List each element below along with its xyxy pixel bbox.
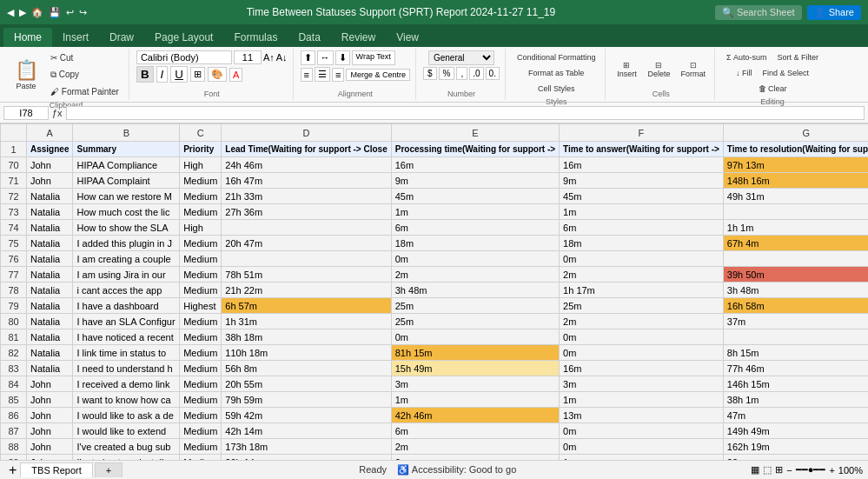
cell-f[interactable]: 1m bbox=[560, 204, 724, 220]
cell-b[interactable]: I'm trying to uninstall c bbox=[73, 455, 180, 461]
cell-b[interactable]: I need to understand h bbox=[73, 361, 180, 376]
cell-g[interactable]: 8h 15m bbox=[723, 345, 868, 361]
cell-d[interactable]: 1h 31m bbox=[222, 314, 391, 329]
cell-f[interactable]: 9m bbox=[560, 173, 724, 189]
cell-reference-input[interactable] bbox=[3, 106, 49, 120]
cell-c[interactable]: Medium bbox=[180, 236, 222, 251]
add-sheet-icon[interactable]: + bbox=[5, 462, 20, 478]
format-as-table-button[interactable]: Format as Table bbox=[524, 66, 588, 80]
function-button[interactable]: ƒx bbox=[52, 108, 63, 118]
cell-d[interactable]: 42h 14m bbox=[222, 423, 391, 439]
cell-b[interactable]: I am using Jira in our bbox=[73, 267, 180, 283]
italic-button[interactable]: I bbox=[156, 66, 169, 83]
comma-button[interactable]: , bbox=[456, 67, 467, 80]
redo-icon[interactable]: ↪ bbox=[79, 7, 87, 18]
cell-g[interactable]: 162h 19m bbox=[723, 439, 868, 455]
cell-f[interactable]: 45m bbox=[560, 189, 724, 204]
cell-g[interactable]: 149h 49m bbox=[723, 423, 868, 439]
sheet-tab-new[interactable]: + bbox=[95, 462, 123, 477]
font-size-input[interactable] bbox=[234, 50, 262, 64]
cell-a[interactable]: John bbox=[27, 439, 73, 455]
cell-d[interactable]: 21h 22m bbox=[222, 283, 391, 298]
cell-b[interactable]: HIPAA Complaint bbox=[73, 173, 180, 189]
cell-d[interactable]: 110h 18m bbox=[222, 345, 391, 361]
cell-a[interactable]: Natalia bbox=[27, 189, 73, 204]
cell-c[interactable]: Medium bbox=[180, 376, 222, 392]
header-processing[interactable]: Processing time(Waiting for support -> bbox=[391, 142, 559, 157]
cell-g[interactable]: 20m bbox=[723, 455, 868, 461]
number-format-select[interactable]: General Number Currency Percentage bbox=[428, 50, 494, 65]
format-button[interactable]: ⊡ Format bbox=[677, 59, 709, 80]
tab-insert[interactable]: Insert bbox=[52, 28, 99, 47]
cell-d[interactable] bbox=[222, 251, 391, 267]
cell-f[interactable]: 2m bbox=[560, 267, 724, 283]
header-lead-time[interactable]: Lead Time(Waiting for support -> Close bbox=[222, 142, 391, 157]
cell-g[interactable]: 77h 46m bbox=[723, 361, 868, 376]
cell-f[interactable]: 0m bbox=[560, 251, 724, 267]
insert-button[interactable]: ⊞ Insert bbox=[613, 59, 640, 80]
cell-e[interactable]: 6m bbox=[391, 220, 559, 236]
merge-center-button[interactable]: Merge & Centre bbox=[346, 69, 410, 81]
cell-c[interactable]: Medium bbox=[180, 345, 222, 361]
cell-g[interactable] bbox=[723, 329, 868, 345]
formula-input[interactable] bbox=[66, 106, 865, 120]
cell-c[interactable]: Medium bbox=[180, 423, 222, 439]
cell-e[interactable]: 25m bbox=[391, 314, 559, 329]
cell-d[interactable]: 78h 51m bbox=[222, 267, 391, 283]
underline-button[interactable]: U bbox=[170, 66, 188, 83]
cell-d[interactable]: 20h 47m bbox=[222, 236, 391, 251]
clear-button[interactable]: 🗑 Clear bbox=[754, 82, 792, 96]
cell-a[interactable]: Natalia bbox=[27, 267, 73, 283]
find-select-button[interactable]: Find & Select bbox=[759, 66, 814, 80]
conditional-formatting-button[interactable]: Conditional Formatting bbox=[513, 50, 600, 64]
cell-a[interactable]: John bbox=[27, 423, 73, 439]
cell-b[interactable]: How much cost the lic bbox=[73, 204, 180, 220]
col-header-d[interactable]: D bbox=[222, 124, 391, 142]
increase-font-icon[interactable]: A↑ bbox=[263, 52, 275, 63]
cell-a[interactable]: John bbox=[27, 376, 73, 392]
cell-a[interactable]: John bbox=[27, 408, 73, 423]
col-header-f[interactable]: F bbox=[560, 124, 724, 142]
col-header-e[interactable]: E bbox=[391, 124, 559, 142]
cell-a[interactable]: John bbox=[27, 392, 73, 408]
cell-d[interactable]: 6h 57m bbox=[222, 298, 391, 314]
percent-button[interactable]: % bbox=[439, 67, 455, 80]
font-color-button[interactable]: A bbox=[229, 68, 242, 82]
align-bottom-icon[interactable]: ⬇ bbox=[335, 50, 350, 65]
cell-e[interactable]: 25m bbox=[391, 298, 559, 314]
tab-review[interactable]: Review bbox=[331, 28, 386, 47]
forward-icon[interactable]: ▶ bbox=[19, 7, 26, 18]
cell-b[interactable]: I added this plugin in J bbox=[73, 236, 180, 251]
cell-e[interactable]: 2m bbox=[391, 439, 559, 455]
tab-page-layout[interactable]: Page Layout bbox=[144, 28, 223, 47]
cell-d[interactable]: 173h 18m bbox=[222, 439, 391, 455]
decrease-font-icon[interactable]: A↓ bbox=[276, 52, 288, 63]
cell-b[interactable]: I have an SLA Configur bbox=[73, 314, 180, 329]
autosum-button[interactable]: Σ Auto-sum bbox=[722, 50, 772, 64]
delete-button[interactable]: ⊟ Delete bbox=[644, 59, 673, 80]
cell-g[interactable]: 1h 1m bbox=[723, 220, 868, 236]
cell-g[interactable]: 148h 16m bbox=[723, 173, 868, 189]
cell-g[interactable]: 97h 13m bbox=[723, 157, 868, 173]
col-header-c[interactable]: C bbox=[180, 124, 222, 142]
cell-f[interactable]: 1m bbox=[560, 392, 724, 408]
wrap-text-button[interactable]: Wrap Text bbox=[352, 50, 395, 65]
cell-e[interactable]: 0m bbox=[391, 251, 559, 267]
cell-b[interactable]: I want to know how ca bbox=[73, 392, 180, 408]
align-left-icon[interactable]: ≡ bbox=[301, 68, 313, 82]
cell-f[interactable]: 0m bbox=[560, 345, 724, 361]
cell-a[interactable]: Natalia bbox=[27, 345, 73, 361]
cell-d[interactable]: 20h 55m bbox=[222, 376, 391, 392]
paste-button[interactable]: 📋 Paste bbox=[9, 57, 43, 92]
cell-d[interactable]: 20h 14m bbox=[222, 455, 391, 461]
cell-f[interactable]: 3m bbox=[560, 376, 724, 392]
cell-b[interactable]: I have noticed a recent bbox=[73, 329, 180, 345]
fill-button[interactable]: ↓ Fill bbox=[732, 66, 757, 80]
cell-c[interactable]: Medium bbox=[180, 314, 222, 329]
tab-view[interactable]: View bbox=[386, 28, 429, 47]
cell-d[interactable]: 27h 36m bbox=[222, 204, 391, 220]
cell-e[interactable]: 0m bbox=[391, 329, 559, 345]
cell-c[interactable]: Medium bbox=[180, 455, 222, 461]
format-painter-button[interactable]: 🖌 Format Painter bbox=[46, 84, 123, 99]
cell-e[interactable]: 15h 49m bbox=[391, 361, 559, 376]
